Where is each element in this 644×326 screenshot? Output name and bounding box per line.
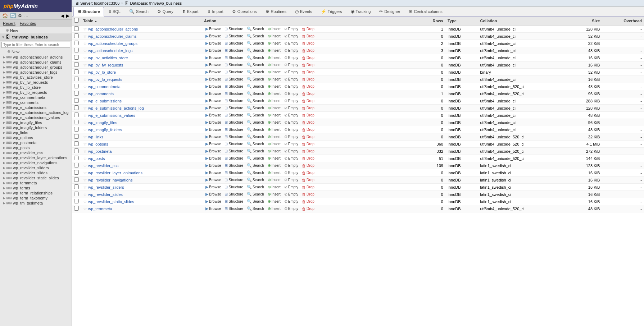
recent-button[interactable]: Recent bbox=[3, 21, 15, 26]
empty-btn-3[interactable]: ⊘ Empty bbox=[283, 48, 300, 53]
drop-btn-8[interactable]: 🗑 Drop bbox=[300, 84, 316, 89]
table-link-2[interactable]: wp_actionscheduler_groups bbox=[88, 41, 137, 46]
search-btn-17[interactable]: 🔍 Search bbox=[245, 148, 266, 154]
empty-btn-22[interactable]: ⊘ Empty bbox=[283, 184, 300, 190]
drop-btn-22[interactable]: 🗑 Drop bbox=[300, 185, 316, 190]
empty-btn-14[interactable]: ⊘ Empty bbox=[283, 127, 300, 132]
sidebar-table-item[interactable]: ▶ ⊞⊞ wp_actionscheduler_groups bbox=[0, 65, 72, 70]
favorite-star-6[interactable]: ☆ bbox=[83, 70, 87, 75]
favorite-star-22[interactable]: ☆ bbox=[83, 185, 87, 190]
table-link-15[interactable]: wp_links bbox=[88, 135, 103, 139]
sidebar-table-item[interactable]: ▶ ⊞⊞ wp_e_submissions_actions_log bbox=[0, 110, 72, 115]
sidebar-table-item[interactable]: ▶ ⊞⊞ wp_actionscheduler_claims bbox=[0, 60, 72, 65]
insert-btn-2[interactable]: ⊕ Insert bbox=[266, 41, 282, 46]
insert-btn-5[interactable]: ⊕ Insert bbox=[266, 62, 282, 68]
insert-btn-0[interactable]: ⊕ Insert bbox=[266, 26, 282, 32]
search-btn-21[interactable]: 🔍 Search bbox=[245, 177, 266, 183]
favorite-star-25[interactable]: ☆ bbox=[83, 206, 87, 211]
sidebar-table-item[interactable]: ▶ ⊞⊞ wp_options bbox=[0, 135, 72, 140]
browse-btn-17[interactable]: ▶ Browse bbox=[204, 148, 222, 154]
browse-btn-13[interactable]: ▶ Browse bbox=[204, 120, 222, 125]
structure-btn-24[interactable]: ⊞ Structure bbox=[223, 199, 245, 204]
table-link-6[interactable]: wp_bv_lp_store bbox=[88, 70, 116, 74]
table-link-25[interactable]: wp_termmeta bbox=[88, 207, 112, 211]
insert-btn-17[interactable]: ⊕ Insert bbox=[266, 148, 282, 154]
insert-btn-10[interactable]: ⊕ Insert bbox=[266, 98, 282, 104]
search-btn-16[interactable]: 🔍 Search bbox=[245, 141, 266, 147]
sidebar-table-item[interactable]: ▶ ⊞⊞ wp_e_submissions_values bbox=[0, 115, 72, 120]
new-table-item[interactable]: ⊕ New bbox=[0, 49, 72, 55]
drop-btn-20[interactable]: 🗑 Drop bbox=[300, 170, 316, 175]
table-link-14[interactable]: wp_imagify_folders bbox=[88, 128, 122, 132]
row-checkbox-15[interactable] bbox=[74, 134, 79, 139]
insert-btn-20[interactable]: ⊕ Insert bbox=[266, 170, 282, 175]
empty-btn-8[interactable]: ⊘ Empty bbox=[283, 84, 300, 89]
search-btn-19[interactable]: 🔍 Search bbox=[245, 163, 266, 168]
favorite-star-21[interactable]: ☆ bbox=[83, 178, 87, 183]
search-btn-0[interactable]: 🔍 Search bbox=[245, 26, 266, 32]
favorite-star-7[interactable]: ☆ bbox=[83, 77, 87, 82]
table-link-17[interactable]: wp_postmeta bbox=[88, 149, 112, 153]
insert-btn-16[interactable]: ⊕ Insert bbox=[266, 141, 282, 147]
structure-btn-16[interactable]: ⊞ Structure bbox=[223, 141, 245, 147]
structure-btn-23[interactable]: ⊞ Structure bbox=[223, 192, 245, 197]
tab-tracking[interactable]: ◉ Tracking bbox=[347, 7, 375, 16]
structure-btn-19[interactable]: ⊞ Structure bbox=[223, 163, 245, 168]
search-btn-2[interactable]: 🔍 Search bbox=[245, 41, 266, 46]
insert-btn-25[interactable]: ⊕ Insert bbox=[266, 206, 282, 211]
browse-btn-6[interactable]: ▶ Browse bbox=[204, 69, 222, 75]
structure-btn-1[interactable]: ⊞ Structure bbox=[223, 33, 245, 39]
search-btn-11[interactable]: 🔍 Search bbox=[245, 105, 266, 111]
sidebar-table-item[interactable]: ▶ ⊞⊞ wp_revslider_sliders bbox=[0, 165, 72, 170]
browse-btn-12[interactable]: ▶ Browse bbox=[204, 113, 222, 118]
structure-btn-17[interactable]: ⊞ Structure bbox=[223, 148, 245, 154]
drop-btn-9[interactable]: 🗑 Drop bbox=[300, 91, 316, 96]
row-checkbox-19[interactable] bbox=[74, 163, 79, 167]
empty-btn-10[interactable]: ⊘ Empty bbox=[283, 98, 300, 104]
drop-btn-15[interactable]: 🗑 Drop bbox=[300, 134, 316, 139]
browse-btn-22[interactable]: ▶ Browse bbox=[204, 184, 222, 190]
new-database-item[interactable]: ⊕ New bbox=[0, 27, 72, 33]
sidebar-table-item[interactable]: ▶ ⊞⊞ wp_bv_fw_requests bbox=[0, 80, 72, 85]
tab-query[interactable]: ⚙ Query bbox=[153, 7, 177, 16]
favorite-star-0[interactable]: ☆ bbox=[83, 27, 87, 32]
sidebar-table-item[interactable]: ▶ ⊞⊞ wp_bv_lp_requests bbox=[0, 90, 72, 95]
sidebar-table-item[interactable]: ▶ ⊞⊞ wp_commentmeta bbox=[0, 95, 72, 100]
insert-btn-1[interactable]: ⊕ Insert bbox=[266, 33, 282, 39]
row-checkbox-12[interactable] bbox=[74, 113, 79, 117]
empty-btn-4[interactable]: ⊘ Empty bbox=[283, 55, 300, 60]
browse-btn-8[interactable]: ▶ Browse bbox=[204, 84, 222, 89]
row-checkbox-9[interactable] bbox=[74, 91, 79, 96]
sidebar-table-item[interactable]: ▶ ⊞⊞ wp_term_taxonomy bbox=[0, 196, 72, 201]
insert-btn-3[interactable]: ⊕ Insert bbox=[266, 48, 282, 53]
search-btn-10[interactable]: 🔍 Search bbox=[245, 98, 266, 104]
favorite-star-14[interactable]: ☆ bbox=[83, 127, 87, 132]
browse-btn-20[interactable]: ▶ Browse bbox=[204, 170, 222, 175]
empty-btn-6[interactable]: ⊘ Empty bbox=[283, 69, 300, 75]
insert-btn-13[interactable]: ⊕ Insert bbox=[266, 120, 282, 125]
favorite-star-15[interactable]: ☆ bbox=[83, 134, 87, 139]
insert-btn-22[interactable]: ⊕ Insert bbox=[266, 184, 282, 190]
empty-btn-13[interactable]: ⊘ Empty bbox=[283, 120, 300, 125]
insert-btn-24[interactable]: ⊕ Insert bbox=[266, 199, 282, 204]
favorite-star-19[interactable]: ☆ bbox=[83, 163, 87, 168]
drop-btn-13[interactable]: 🗑 Drop bbox=[300, 120, 316, 125]
insert-btn-8[interactable]: ⊕ Insert bbox=[266, 84, 282, 89]
row-checkbox-10[interactable] bbox=[74, 98, 79, 103]
home-icon[interactable]: 🏠 bbox=[2, 13, 8, 18]
row-checkbox-25[interactable] bbox=[74, 206, 79, 211]
empty-btn-21[interactable]: ⊘ Empty bbox=[283, 177, 300, 183]
structure-btn-10[interactable]: ⊞ Structure bbox=[223, 98, 245, 104]
favorite-star-18[interactable]: ☆ bbox=[83, 156, 87, 161]
empty-btn-2[interactable]: ⊘ Empty bbox=[283, 41, 300, 46]
favorite-star-1[interactable]: ☆ bbox=[83, 34, 87, 39]
insert-btn-11[interactable]: ⊕ Insert bbox=[266, 105, 282, 111]
empty-btn-7[interactable]: ⊘ Empty bbox=[283, 77, 300, 82]
favorite-star-17[interactable]: ☆ bbox=[83, 149, 87, 154]
browse-btn-3[interactable]: ▶ Browse bbox=[204, 48, 222, 53]
sidebar-table-item[interactable]: ▶ ⊞⊞ wp_revslider_navigations bbox=[0, 160, 72, 165]
browse-btn-0[interactable]: ▶ Browse bbox=[204, 26, 222, 32]
structure-btn-14[interactable]: ⊞ Structure bbox=[223, 127, 245, 132]
empty-btn-9[interactable]: ⊘ Empty bbox=[283, 91, 300, 96]
sidebar-table-item[interactable]: ▶ ⊞⊞ wp_postmeta bbox=[0, 140, 72, 145]
